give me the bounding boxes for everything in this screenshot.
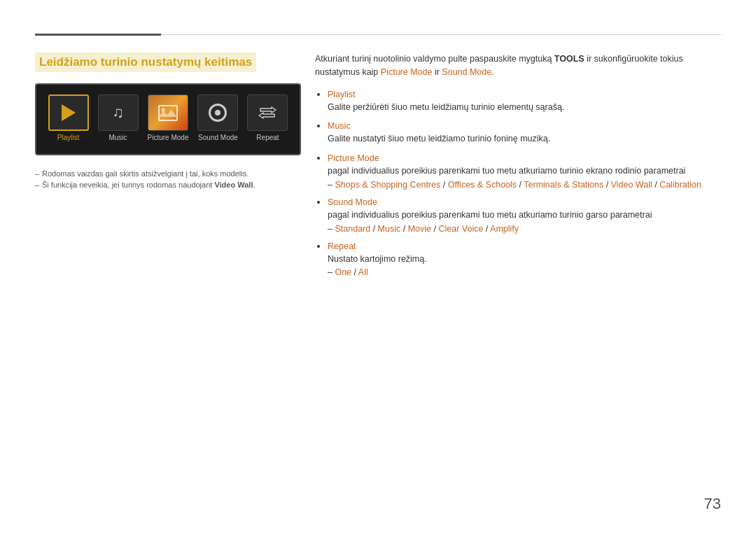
play-icon	[62, 104, 76, 121]
repeat-icon-box	[247, 94, 288, 131]
picture-icon-box	[148, 94, 188, 131]
sep7: /	[431, 224, 438, 234]
media-item-sound: Sound Mode	[197, 94, 238, 141]
playlist-title: Playlist	[328, 90, 356, 99]
music-icon-box: ♫	[98, 94, 139, 131]
amplify: Amplify	[490, 224, 519, 234]
picture-mode-desc: pagal individualius poreikius parenkami …	[328, 164, 721, 178]
sep5: /	[370, 224, 377, 234]
page-number: 73	[704, 495, 721, 513]
intro-sound-mode: Sound Mode	[442, 67, 491, 77]
sound-mode-title: Sound Mode	[328, 197, 377, 207]
music-note-icon: ♫	[112, 104, 124, 122]
media-item-repeat: Repeat	[247, 94, 288, 141]
intro-end: .	[491, 67, 493, 77]
list-item-repeat: Repeat Nustato kartojimo režimą. One / A…	[328, 241, 721, 278]
note-2-bold: Video Wall	[214, 181, 253, 189]
sep2: /	[517, 180, 524, 190]
intro-bold-tools: TOOLS	[554, 54, 584, 64]
media-icons-row: Playlist ♫ Music	[43, 94, 293, 141]
repeat-desc: Nustato kartojimo režimą.	[328, 253, 721, 266]
list-item-playlist: Playlist Galite peržiūrėti šiuo metu lei…	[328, 89, 721, 114]
media-item-music: ♫ Music	[98, 94, 139, 141]
one-option: One	[335, 267, 351, 277]
sound-mode-sub-list: Standard / Music / Movie / Clear Voice /…	[328, 224, 721, 234]
sound-mode-sub-item: Standard / Music / Movie / Clear Voice /…	[328, 224, 721, 234]
music-title: Music	[328, 121, 351, 131]
sound-mode-desc: pagal individualius poreikius parenkami …	[328, 209, 721, 222]
sep3: /	[603, 180, 610, 190]
settings-inner-dot	[215, 110, 220, 115]
repeat-sub-item: One / All	[328, 267, 721, 277]
repeat-label: Repeat	[256, 134, 279, 141]
intro-text-before: Atkuriant turinį nuotolinio valdymo pult…	[315, 54, 554, 64]
media-item-picture: Picture Mode	[148, 94, 189, 141]
right-column: Atkuriant turinį nuotolinio valdymo pult…	[315, 52, 721, 284]
calibration: Calibration	[659, 180, 701, 190]
repeat-title: Repeat	[328, 241, 356, 251]
music-label: Music	[108, 134, 127, 141]
terminals-stations: Terminals & Stations	[524, 180, 603, 190]
sep8: /	[483, 224, 490, 234]
shops-shopping-centres: Shops & Shopping Centres	[335, 180, 440, 190]
notes-section: Rodomas vaizdas gali skirtis atsižvelgia…	[35, 169, 301, 189]
repeat-sub-list: One / All	[328, 267, 721, 277]
note-item-1: Rodomas vaizdas gali skirtis atsižvelgia…	[35, 169, 301, 178]
note-2-text-after: .	[253, 181, 255, 189]
picture-mode-title: Picture Mode	[328, 153, 379, 163]
sound-icon-box	[197, 94, 238, 131]
repeat-icon	[258, 104, 277, 121]
intro-picture-mode: Picture Mode	[381, 67, 433, 77]
video-wall: Video Wall	[611, 180, 652, 190]
playlist-label: Playlist	[57, 134, 80, 141]
playlist-desc: Galite peržiūrėti šiuo metu leidžiamų tu…	[328, 101, 721, 114]
picture-label: Picture Mode	[148, 134, 189, 141]
sep4: /	[652, 180, 659, 190]
music-desc: Galite nustatyti šiuo metu leidžiamo tur…	[328, 132, 721, 146]
playlist-icon-box	[48, 94, 89, 131]
sep6: /	[400, 224, 407, 234]
picture-mode-sub-item: Shops & Shopping Centres / Offices & Sch…	[328, 180, 721, 190]
offices-schools: Offices & Schools	[448, 180, 517, 190]
sound-settings-icon	[209, 104, 227, 122]
left-column: Leidžiamo turinio nustatymų keitimas Pla…	[35, 52, 301, 192]
sound-label: Sound Mode	[198, 134, 238, 141]
list-item-picture-mode: Picture Mode pagal individualius poreiki…	[328, 153, 721, 190]
list-item-sound-mode: Sound Mode pagal individualius poreikius…	[328, 197, 721, 234]
sep1: /	[440, 180, 447, 190]
movie: Movie	[408, 224, 431, 234]
picture-mode-icon	[158, 104, 178, 122]
note-item-2: Ši funkcija neveikia, jei turinys rodoma…	[35, 181, 301, 189]
intro-ir: ir	[432, 67, 442, 77]
media-item-playlist: Playlist	[48, 94, 89, 141]
page-title: Leidžiamo turinio nustatymų keitimas	[35, 52, 256, 72]
note-2-text-before: Ši funkcija neveikia, jei turinys rodoma…	[42, 181, 214, 189]
features-list: Playlist Galite peržiūrėti šiuo metu lei…	[315, 89, 721, 278]
note-1-text: Rodomas vaizdas gali skirtis atsižvelgia…	[42, 169, 248, 178]
list-item-music: Music Galite nustatyti šiuo metu leidžia…	[328, 120, 721, 146]
all-option: All	[358, 267, 368, 277]
media-player: Playlist ♫ Music	[35, 83, 301, 155]
intro-paragraph: Atkuriant turinį nuotolinio valdymo pult…	[315, 52, 721, 79]
sep9: /	[351, 267, 358, 277]
music-opt: Music	[378, 224, 401, 234]
svg-point-2	[161, 108, 165, 112]
svg-rect-0	[159, 106, 177, 120]
clear-voice: Clear Voice	[438, 224, 483, 234]
standard: Standard	[335, 224, 370, 234]
picture-mode-sub-list: Shops & Shopping Centres / Offices & Sch…	[328, 180, 721, 190]
